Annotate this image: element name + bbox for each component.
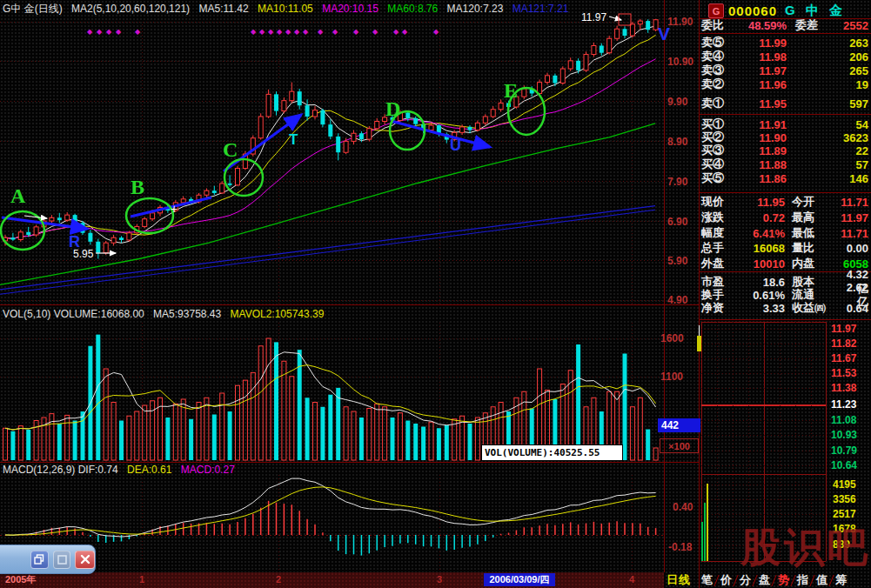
- signal-diamond-icon: ◆: [116, 28, 122, 36]
- annotation-layer: ◆◆◆◆◆◆◆◆◆◆◆◆◆◆◆◆◆◆◆ABCDEVTUR+11.975.95: [1, 11, 670, 260]
- annotation-text: A: [10, 184, 26, 207]
- price-tick: 11.90: [667, 17, 693, 27]
- ask-volume: 265: [787, 64, 868, 77]
- bid-volume: 54: [787, 118, 868, 131]
- stat-value: 11.95: [740, 196, 785, 209]
- annotation-text: U: [450, 137, 461, 154]
- macd-dea: DEA:0.61: [127, 464, 171, 476]
- stat-row: 净资3.33收益㈣0.64: [701, 301, 868, 315]
- mini-vol-tick: 2517: [833, 509, 856, 519]
- ask-row-3[interactable]: 卖③11.97265: [701, 63, 868, 77]
- symbol-title: G中 金(日线): [3, 3, 63, 15]
- stat-value: 11.71: [835, 227, 868, 240]
- signal-diamond-icon: ◆: [303, 28, 309, 36]
- signal-diamond-icon: ◆: [106, 28, 112, 36]
- vol-ma5: MA5:93758.43: [153, 308, 221, 320]
- timeline-month: 1: [139, 575, 144, 585]
- timeline-month: 3: [437, 575, 442, 585]
- stat-row: 总手16068量比0.00: [701, 241, 868, 255]
- bid-label: 买⑤: [701, 170, 738, 186]
- cursor-date-badge: 2006/03/09/四: [484, 573, 555, 586]
- macd-dif-line: [5, 478, 656, 537]
- stock-code: 000060: [728, 3, 777, 18]
- annotation-text: T: [289, 131, 298, 148]
- annotation-text: 11.97: [581, 11, 606, 23]
- signal-diamond-icon: ◆: [259, 28, 265, 36]
- ma121-value: MA121:7.21: [513, 3, 569, 15]
- stat-value: 0.00: [835, 242, 868, 255]
- mini-price-tick: 10.64: [831, 460, 857, 471]
- vol-unit-badge: ×100: [660, 438, 699, 453]
- ask-volume: 206: [787, 50, 868, 63]
- ask-price: 11.96: [738, 78, 787, 91]
- ask-row-5[interactable]: 卖⑤11.99263: [701, 36, 868, 50]
- ma-params: MA2(5,10,20,60,120,121): [71, 3, 190, 15]
- stat-value: 11.71: [835, 196, 868, 209]
- mini-price-tick: 11.53: [831, 368, 856, 378]
- timeline-strip[interactable]: [0, 572, 664, 588]
- vol-tick: 1600: [660, 333, 684, 344]
- macd-tick-low: -0.18: [668, 542, 692, 552]
- ask-volume: 263: [787, 37, 868, 50]
- trading-terminal: ◆◆◆◆◆◆◆◆◆◆◆◆◆◆◆◆◆◆◆ABCDEVTUR+11.975.95 G…: [0, 0, 871, 588]
- period-selector[interactable]: 日线: [667, 572, 691, 588]
- price-tick: 10.90: [667, 57, 693, 67]
- close-window-button[interactable]: [75, 551, 95, 569]
- volume-header: VOL(5,10) VOLUME:16068.00 MA5:93758.43 M…: [3, 309, 330, 319]
- signal-diamond-icon: ◆: [135, 28, 141, 36]
- stat-value: 6.41%: [740, 227, 785, 240]
- stat-value: 18.6: [740, 276, 785, 289]
- annotation-text: 5.95: [73, 248, 94, 260]
- ask-row-4[interactable]: 卖④11.98206: [701, 50, 868, 63]
- stat-label: 涨跌: [701, 210, 740, 225]
- ma10-value: MA10:11.05: [258, 3, 313, 15]
- stat-label: 外盘: [701, 256, 740, 271]
- signal-diamond-icon: ◆: [318, 28, 324, 36]
- restore-icon: [34, 554, 44, 565]
- signal-diamond-icon: ◆: [97, 28, 103, 36]
- bid-row-4[interactable]: 买④11.8857: [701, 157, 868, 171]
- stat-value: 3.33: [740, 302, 785, 315]
- stat-row: 涨跌0.72最高11.97: [701, 210, 868, 224]
- bid-row-5[interactable]: 买⑤11.86146: [701, 171, 868, 185]
- stat-label: 收益㈣: [792, 300, 835, 316]
- mini-price-tick: 11.67: [831, 353, 856, 364]
- ask-volume: 19: [787, 78, 868, 91]
- mini-vol-tick: 4195: [833, 479, 856, 490]
- annotation-text: E: [504, 79, 518, 102]
- ask-label: 卖①: [701, 96, 738, 111]
- ask-volume: 597: [787, 97, 868, 110]
- stat-value: 0.64: [835, 302, 868, 315]
- maximize-window-button[interactable]: [53, 551, 71, 569]
- bid-row-3[interactable]: 买③11.8922: [701, 144, 868, 157]
- macd-dif: MACD(12,26,9) DIF:0.74: [3, 464, 118, 476]
- signal-diamond-icon: ◆: [277, 28, 283, 36]
- ma20-value: MA20:10.15: [322, 3, 379, 15]
- stock-logo-icon: G: [708, 3, 724, 18]
- stat-value: 10010: [740, 257, 785, 271]
- bid-price: 11.86: [738, 172, 787, 185]
- bid-price: 11.90: [738, 131, 787, 144]
- signal-diamond-icon: ◆: [433, 28, 439, 36]
- stat-label: 最高: [792, 210, 835, 225]
- ask-price: 11.95: [738, 97, 787, 110]
- bid-price: 11.89: [738, 144, 787, 157]
- ask-price: 11.99: [738, 37, 787, 50]
- restore-window-button[interactable]: [30, 551, 49, 569]
- ask-row-2[interactable]: 卖②11.9619: [701, 77, 868, 91]
- timeline-month: 4: [629, 575, 634, 585]
- ma120-value: MA120:7.23: [447, 3, 504, 15]
- ask-price: 11.98: [738, 50, 787, 63]
- macd-header: MACD(12,26,9) DIF:0.74 DEA:0.61 MACD:0.2…: [3, 464, 241, 475]
- signal-diamond-icon: ◆: [402, 28, 408, 36]
- weicha-label: 委差: [795, 17, 832, 33]
- timeline-month: 2: [276, 575, 281, 585]
- ask-label: 卖②: [701, 77, 738, 92]
- ask-row-1[interactable]: 卖①11.95597: [701, 97, 868, 110]
- tab-chou[interactable]: 筹: [832, 572, 850, 588]
- annotation-text: D: [385, 97, 400, 120]
- ma60-value: MA60:8.76: [387, 3, 438, 15]
- signal-diamond-icon: ◆: [294, 28, 300, 36]
- chart-header: G中 金(日线) MA2(5,10,20,60,120,121) MA5:11.…: [3, 3, 574, 14]
- annotation-text: B: [131, 176, 144, 198]
